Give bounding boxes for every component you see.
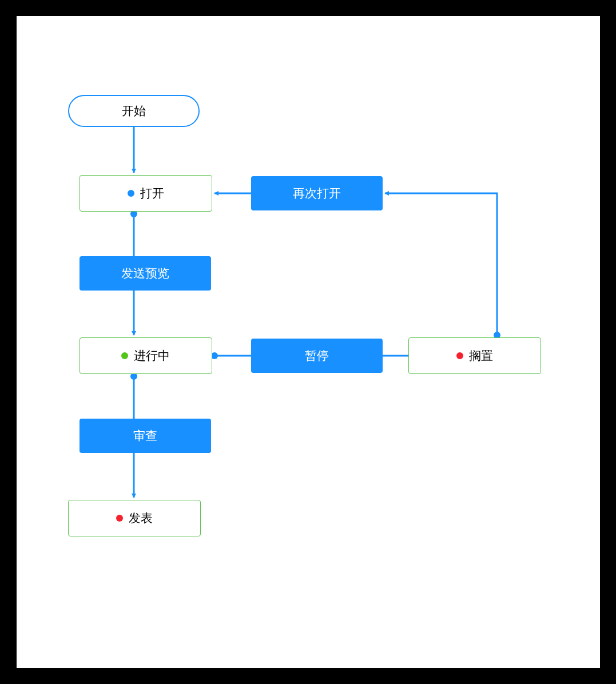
status-dot-icon <box>456 352 463 359</box>
status-dot-icon <box>116 515 123 522</box>
flowchart-canvas: 开始 打开 再次打开 发送预览 进行中 暂停 搁置 审查 发表 <box>17 16 600 668</box>
node-pause: 暂停 <box>251 339 383 373</box>
node-hold-label: 搁置 <box>469 348 493 364</box>
node-preview-label: 发送预览 <box>121 265 169 281</box>
node-hold: 搁置 <box>408 337 541 374</box>
node-start: 开始 <box>68 95 200 127</box>
node-review-label: 审查 <box>133 428 157 444</box>
node-reopen: 再次打开 <box>251 176 383 210</box>
node-preview: 发送预览 <box>80 256 211 291</box>
node-pause-label: 暂停 <box>305 348 329 364</box>
node-open-label: 打开 <box>140 185 164 201</box>
node-open: 打开 <box>80 175 212 212</box>
node-inprogress-label: 进行中 <box>134 348 170 364</box>
node-inprogress: 进行中 <box>80 337 212 374</box>
node-publish-label: 发表 <box>129 510 153 526</box>
node-reopen-label: 再次打开 <box>293 185 341 201</box>
status-dot-icon <box>121 352 128 359</box>
node-start-label: 开始 <box>122 103 146 119</box>
node-review: 审查 <box>80 419 211 453</box>
node-publish: 发表 <box>68 500 201 536</box>
status-dot-icon <box>128 190 134 197</box>
